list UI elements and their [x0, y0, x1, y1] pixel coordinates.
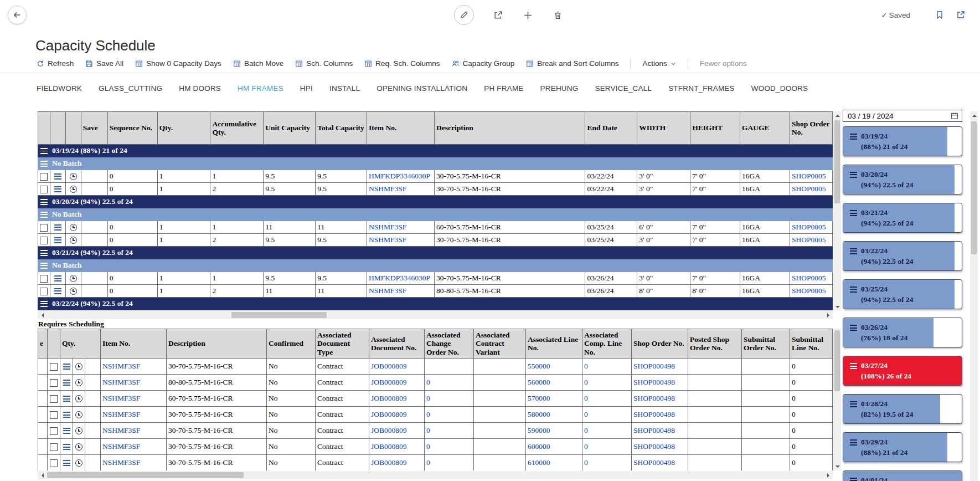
scroll-left-icon[interactable]	[42, 473, 44, 478]
row-menu-icon[interactable]	[54, 288, 61, 294]
shop-order-link[interactable]: SHOP0005	[790, 234, 832, 247]
item-no-link[interactable]: NSHMF3SF	[101, 391, 167, 407]
row-menu-icon[interactable]	[63, 428, 70, 434]
tab-hpi[interactable]: HPI	[300, 84, 313, 93]
row-menu-icon[interactable]	[54, 173, 61, 180]
batch-menu-icon[interactable]	[40, 263, 48, 269]
tab-opening-installation[interactable]: OPENING INSTALLATION	[376, 84, 467, 93]
scroll-down-icon[interactable]	[835, 306, 840, 308]
row-checkbox[interactable]	[40, 186, 48, 193]
card-menu-icon[interactable]	[850, 363, 857, 369]
capacity-grid-vscrollbar[interactable]	[833, 111, 841, 311]
batch-menu-icon[interactable]	[40, 161, 48, 167]
clock-icon[interactable]	[75, 379, 82, 386]
clock-icon[interactable]	[70, 275, 77, 282]
item-no-link[interactable]: NSHMF3SF	[101, 407, 167, 423]
req-sch-columns-button[interactable]: Req. Sch. Columns	[364, 59, 440, 68]
col-assoc-doc-no[interactable]: Associated Document No.	[369, 329, 425, 359]
tab-stfrnt-frames[interactable]: STFRNT_FRAMES	[668, 84, 735, 93]
shop-order-link[interactable]: SHOP000498	[632, 407, 688, 423]
col-assoc-contract-variant[interactable]: Associated Contract Variant	[474, 329, 526, 359]
col-unit-capacity[interactable]: Unit Capacity	[264, 112, 316, 145]
card-menu-icon[interactable]	[850, 439, 857, 446]
col-width[interactable]: WIDTH	[637, 112, 690, 145]
day-card[interactable]: 03/25/24 (94%) 22.5 of 24	[843, 279, 962, 309]
doc-no-link[interactable]: JOB000809	[369, 375, 425, 391]
day-card[interactable]: 03/26/24 (76%) 18 of 24	[843, 318, 962, 347]
col-total-capacity[interactable]: Total Capacity	[316, 112, 367, 145]
clock-icon[interactable]	[75, 363, 82, 370]
clock-icon[interactable]	[75, 395, 82, 402]
line-no-link[interactable]: 610000	[526, 455, 582, 471]
shop-order-link[interactable]: SHOP0005	[790, 272, 832, 285]
popout-button[interactable]	[955, 9, 967, 21]
card-menu-icon[interactable]	[850, 286, 857, 293]
panel-vscrollbar[interactable]	[970, 111, 978, 481]
row-checkbox[interactable]	[40, 224, 48, 232]
date-picker[interactable]: 03 / 19 / 2024	[843, 110, 962, 122]
capacity-group-row[interactable]: 03/22/24 (94%) 22.5 of 24	[38, 298, 833, 310]
item-no-link[interactable]: NSHMF3SF	[101, 375, 167, 391]
group-menu-icon[interactable]	[40, 301, 48, 307]
clock-icon[interactable]	[70, 173, 77, 180]
item-no-link[interactable]: NSHMF3SF	[367, 183, 435, 196]
save-all-button[interactable]: Save All	[85, 59, 123, 68]
tab-fieldwork[interactable]: FIELDWORK	[37, 84, 82, 93]
row-menu-icon[interactable]	[63, 444, 70, 450]
col-assoc-line-no[interactable]: Associated Line No.	[526, 329, 582, 359]
clock-icon[interactable]	[70, 237, 77, 244]
row-checkbox[interactable]	[40, 288, 48, 295]
item-no-link[interactable]: NSHMF3SF	[367, 234, 435, 247]
requires-grid-hscrollbar[interactable]	[38, 471, 833, 479]
col-item-no[interactable]: Item No.	[367, 112, 435, 145]
clock-icon[interactable]	[75, 427, 82, 434]
line-no-link[interactable]: 590000	[526, 423, 582, 439]
tab-prehung[interactable]: PREHUNG	[540, 84, 579, 93]
group-menu-icon[interactable]	[40, 199, 48, 205]
day-card[interactable]: 03/27/24 (108%) 26 of 24	[843, 356, 962, 386]
row-checkbox[interactable]	[50, 459, 58, 467]
doc-no-link[interactable]: JOB000809	[369, 359, 425, 375]
row-menu-icon[interactable]	[63, 396, 70, 402]
back-button[interactable]	[8, 6, 27, 24]
row-checkbox[interactable]	[50, 411, 58, 419]
col-item-no[interactable]: Item No.	[101, 329, 167, 359]
batch-row[interactable]: No Batch	[38, 157, 833, 170]
shop-order-link[interactable]: SHOP000498	[632, 439, 688, 455]
shop-order-link[interactable]: SHOP000498	[632, 391, 688, 407]
col-gauge[interactable]: GAUGE	[740, 112, 790, 145]
capacity-group-row[interactable]: 03/21/24 (94%) 22.5 of 24	[38, 247, 833, 259]
clock-icon[interactable]	[75, 411, 82, 418]
item-no-link[interactable]: HMFKDP3346030P	[367, 272, 435, 285]
row-menu-icon[interactable]	[54, 186, 61, 192]
group-menu-icon[interactable]	[40, 250, 48, 256]
shop-order-link[interactable]: SHOP0005	[790, 285, 832, 298]
col-description[interactable]: Description	[435, 112, 585, 145]
card-menu-icon[interactable]	[850, 478, 857, 481]
clock-icon[interactable]	[70, 288, 77, 295]
line-no-link[interactable]: 580000	[526, 407, 582, 423]
tab-ph-frame[interactable]: PH FRAME	[484, 84, 523, 93]
line-no-link[interactable]: 550000	[526, 359, 582, 375]
clock-icon[interactable]	[70, 224, 77, 231]
shop-order-link[interactable]: SHOP000498	[632, 455, 688, 471]
shop-order-link[interactable]: SHOP0005	[790, 183, 832, 196]
col-accumulative-qty[interactable]: Accumulative Qty.	[210, 112, 264, 145]
col-height[interactable]: HEIGHT	[690, 112, 740, 145]
capacity-group-row[interactable]: 03/20/24 (94%) 22.5 of 24	[38, 196, 833, 208]
batch-row[interactable]: No Batch	[38, 208, 833, 221]
line-no-link[interactable]: 570000	[526, 391, 582, 407]
item-no-link[interactable]: NSHMF3SF	[101, 455, 167, 471]
add-button[interactable]	[522, 9, 534, 21]
show-zero-capacity-days-button[interactable]: Show 0 Capacity Days	[135, 59, 221, 68]
tab-wood-doors[interactable]: WOOD_DOORS	[751, 84, 808, 93]
col-assoc-comp-line-no[interactable]: Associated Comp. Line No.	[582, 329, 632, 359]
col-description[interactable]: Description	[167, 329, 267, 359]
shop-order-link[interactable]: SHOP0005	[790, 170, 832, 183]
item-no-link[interactable]: NSHMF3SF	[101, 423, 167, 439]
col-submittal-order-no[interactable]: Submittal Order No.	[742, 329, 790, 359]
card-menu-icon[interactable]	[850, 172, 857, 178]
row-menu-icon[interactable]	[63, 364, 70, 370]
col-save[interactable]: Save	[81, 112, 107, 145]
sch-columns-button[interactable]: Sch. Columns	[295, 59, 353, 68]
